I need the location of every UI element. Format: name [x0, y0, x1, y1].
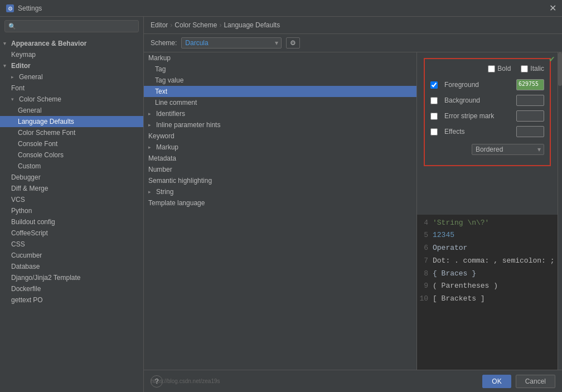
- error-stripe-checkbox[interactable]: [430, 113, 438, 120]
- search-icon: 🔍: [8, 23, 16, 30]
- tree-node-inline-params[interactable]: Inline parameter hints: [144, 119, 416, 130]
- effects-label: Effects: [444, 128, 512, 135]
- arrow-icon: [148, 122, 154, 128]
- title-bar: ⚙ Settings ✕: [0, 0, 562, 17]
- props-box: Bold Italic Foregroun: [424, 58, 551, 166]
- background-color-swatch[interactable]: [516, 95, 544, 106]
- preview-code-9: ( Parentheses ): [433, 280, 498, 292]
- italic-checkbox[interactable]: [521, 65, 528, 72]
- sidebar-item-general[interactable]: General: [0, 71, 143, 83]
- sidebar-item-appearance-behavior[interactable]: Appearance & Behavior: [0, 38, 143, 49]
- scheme-row: Scheme: Darcula Default High Contrast Mo…: [144, 34, 562, 52]
- sidebar-item-color-scheme[interactable]: Color Scheme: [0, 94, 143, 105]
- split-panel: Markup Tag Tag value Text Line comment I…: [144, 52, 562, 370]
- bold-checkbox-wrap[interactable]: Bold: [488, 65, 511, 72]
- tree-node-tag[interactable]: Tag: [144, 64, 416, 75]
- foreground-checkbox-wrap[interactable]: [430, 81, 438, 89]
- breadcrumb: Editor › Color Scheme › Language Default…: [151, 21, 280, 29]
- sidebar-item-css[interactable]: CSS: [0, 239, 143, 250]
- search-input[interactable]: [18, 22, 135, 30]
- preview-line-4: 4 'String \n\?': [417, 217, 558, 230]
- arrow-icon: [3, 41, 9, 46]
- background-checkbox[interactable]: [430, 97, 438, 104]
- foreground-checkbox[interactable]: [430, 81, 438, 89]
- tree-node-metadata[interactable]: Metadata: [144, 153, 416, 164]
- tree-panel: Markup Tag Tag value Text Line comment I…: [144, 52, 417, 370]
- error-stripe-color-swatch[interactable]: [516, 110, 544, 122]
- bold-label: Bold: [497, 65, 511, 72]
- tree-node-semantic[interactable]: Semantic highlighting: [144, 175, 416, 186]
- checkmark-icon: ✔: [549, 55, 555, 64]
- scrollbar-thumb[interactable]: [558, 52, 562, 86]
- tree-node-markup[interactable]: Markup: [144, 52, 416, 64]
- sidebar-item-editor[interactable]: Editor: [0, 60, 143, 71]
- background-checkbox-wrap[interactable]: [430, 97, 438, 104]
- scheme-select[interactable]: Darcula Default High Contrast Monokai So…: [181, 37, 282, 49]
- tree-node-number[interactable]: Number: [144, 164, 416, 175]
- tree-node-keyword[interactable]: Keyword: [144, 130, 416, 142]
- tree-node-identifiers[interactable]: Identifiers: [144, 108, 416, 119]
- tree-node-template[interactable]: Template language: [144, 197, 416, 209]
- error-stripe-row: Error stripe mark: [430, 110, 544, 122]
- tree-node-line-comment[interactable]: Line comment: [144, 97, 416, 108]
- sidebar-item-font[interactable]: Font: [0, 83, 143, 94]
- sidebar-item-color-scheme-font[interactable]: Color Scheme Font: [0, 127, 143, 138]
- bordered-select[interactable]: Bordered Underscored Bold Underscored Do…: [472, 144, 544, 155]
- arrow-icon: [11, 96, 17, 102]
- sidebar: 🔍 Appearance & Behavior Keymap Editor Ge…: [0, 17, 144, 392]
- sidebar-item-django[interactable]: Django/Jinja2 Template: [0, 272, 143, 283]
- sidebar-item-python[interactable]: Python: [0, 205, 143, 216]
- tree-node-markup2[interactable]: Markup: [144, 142, 416, 153]
- search-box[interactable]: 🔍: [4, 20, 139, 32]
- preview-code-4: 'String \n\?': [433, 217, 489, 229]
- gear-button[interactable]: ⚙: [286, 37, 300, 49]
- sidebar-item-general-cs[interactable]: General: [0, 105, 143, 116]
- preview-code-7: Dot: . comma: , semicolon: ;: [433, 255, 554, 267]
- effects-color-swatch[interactable]: [516, 126, 544, 137]
- sidebar-item-buildout[interactable]: Buildout config: [0, 216, 143, 228]
- italic-checkbox-wrap[interactable]: Italic: [521, 65, 544, 72]
- line-num-6: 6: [417, 243, 433, 254]
- background-row: Background: [430, 95, 544, 106]
- foreground-row: Foreground 629755: [430, 79, 544, 90]
- sidebar-item-gettext[interactable]: gettext PO: [0, 294, 143, 306]
- tree-node-text[interactable]: Text: [144, 86, 416, 97]
- sidebar-item-console-font[interactable]: Console Font: [0, 138, 143, 149]
- sidebar-item-keymap[interactable]: Keymap: [0, 49, 143, 60]
- sidebar-item-cucumber[interactable]: Cucumber: [0, 250, 143, 261]
- effects-checkbox[interactable]: [430, 128, 438, 135]
- line-num-4: 4: [417, 217, 433, 229]
- window-title: Settings: [18, 4, 42, 12]
- tree-node-tag-value[interactable]: Tag value: [144, 75, 416, 86]
- italic-label: Italic: [530, 65, 544, 72]
- sidebar-item-coffeescript[interactable]: CoffeeScript: [0, 228, 143, 239]
- sidebar-item-debugger[interactable]: Debugger: [0, 172, 143, 183]
- preview-line-7: 7 Dot: . comma: , semicolon: ;: [417, 255, 558, 268]
- foreground-label: Foreground: [444, 81, 512, 89]
- breadcrumb-sep1: ›: [170, 21, 172, 29]
- ok-button[interactable]: OK: [482, 375, 511, 388]
- sidebar-item-diff-merge[interactable]: Diff & Merge: [0, 183, 143, 194]
- sidebar-item-database[interactable]: Database: [0, 261, 143, 272]
- sidebar-item-custom[interactable]: Custom: [0, 161, 143, 172]
- foreground-color-value: 629755: [517, 81, 539, 87]
- preview-code-8: { Braces }: [433, 268, 476, 280]
- sidebar-item-language-defaults[interactable]: Language Defaults: [0, 116, 143, 127]
- title-bar-close[interactable]: ✕: [549, 4, 556, 13]
- sidebar-item-vcs[interactable]: VCS: [0, 194, 143, 205]
- bold-checkbox[interactable]: [488, 65, 495, 72]
- bordered-select-wrap: Bordered Underscored Bold Underscored Do…: [472, 144, 544, 155]
- bold-italic-row: Bold Italic: [430, 65, 544, 72]
- sidebar-item-console-colors[interactable]: Console Colors: [0, 149, 143, 161]
- cancel-button[interactable]: Cancel: [516, 375, 555, 388]
- foreground-color-swatch[interactable]: 629755: [516, 79, 544, 90]
- preview-area: 4 'String \n\?' 5 12345 6 Operator 7 Dot…: [417, 215, 558, 370]
- effects-checkbox-wrap[interactable]: [430, 128, 438, 135]
- sidebar-item-dockerfile[interactable]: Dockerfile: [0, 283, 143, 294]
- error-stripe-checkbox-wrap[interactable]: [430, 113, 438, 120]
- help-button[interactable]: ?: [151, 375, 163, 388]
- vertical-scrollbar[interactable]: [558, 52, 562, 370]
- app-icon: ⚙: [6, 4, 14, 13]
- tree-node-string[interactable]: String: [144, 186, 416, 197]
- content-area: Editor › Color Scheme › Language Default…: [144, 17, 562, 392]
